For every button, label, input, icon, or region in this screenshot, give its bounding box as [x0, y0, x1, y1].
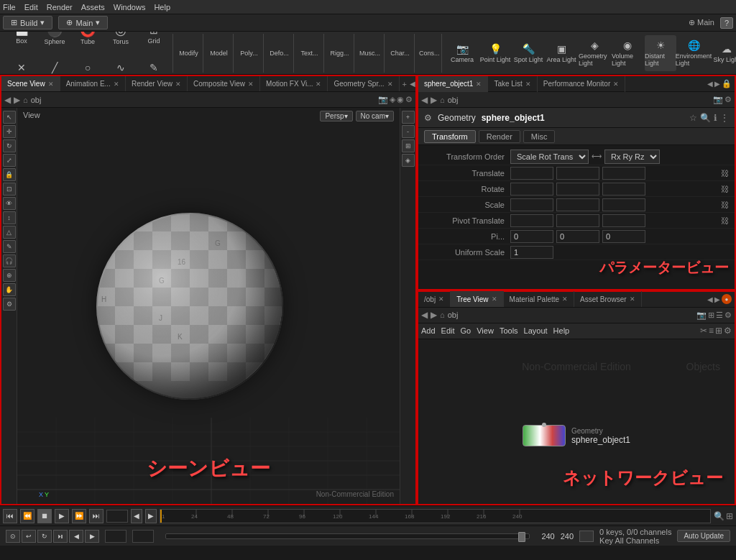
translate-x[interactable]: 0	[510, 167, 553, 180]
grid-tool[interactable]: ⊞ Grid	[138, 32, 170, 52]
tab-material-palette[interactable]: Material Palette ✕	[504, 291, 574, 307]
gear-tool[interactable]: ⚙	[3, 298, 16, 311]
view-tool[interactable]: 👁	[3, 197, 16, 210]
nav-back[interactable]: ◀	[4, 95, 11, 105]
tab-render-view[interactable]: Render View ✕	[126, 76, 188, 92]
build-button[interactable]: ⊞ Build ▾	[3, 16, 52, 29]
uniform-scale-input[interactable]	[510, 246, 553, 259]
close-sphere-tab[interactable]: ✕	[476, 81, 482, 88]
tab-animation-editor[interactable]: Animation E... ✕	[60, 76, 126, 92]
spot-light-tool[interactable]: 🔦 Spot Light	[512, 35, 544, 71]
subtab-misc[interactable]: Misc	[523, 130, 556, 143]
distant-light-tool[interactable]: ☀ Distant Light	[645, 35, 676, 71]
progress-thumb[interactable]	[518, 532, 525, 542]
tab-sphere-object1[interactable]: sphere_object1 ✕	[418, 76, 488, 92]
pivot-rotate-x[interactable]	[510, 230, 553, 243]
subtab-render[interactable]: Render	[479, 130, 520, 143]
close-perf-monitor[interactable]: ✕	[613, 81, 619, 88]
tl-audio[interactable]: ◀	[131, 509, 142, 523]
defo-tool[interactable]: Defo...	[268, 35, 290, 71]
status-frame-start[interactable]: 1	[105, 530, 126, 543]
close-motion-fx[interactable]: ✕	[316, 81, 321, 88]
params-nav-back[interactable]: ◀	[707, 80, 713, 88]
params-nav-forward[interactable]: ▶	[714, 80, 720, 88]
menu-assets[interactable]: Assets	[81, 3, 105, 12]
network-content[interactable]: Non-Commercial Edition Objects Geometry …	[418, 339, 735, 505]
poly-tool[interactable]: △	[3, 226, 16, 239]
auto-update-button[interactable]: Auto Update	[677, 530, 730, 542]
tab-tree-view[interactable]: Tree View ✕	[451, 291, 503, 307]
point-light-tool[interactable]: 💡 Point Light	[479, 35, 511, 71]
pivot-translate-y[interactable]: 0	[556, 214, 599, 227]
scale-y[interactable]: 1	[556, 198, 599, 211]
cons-tool[interactable]: Cons...	[419, 35, 440, 71]
zoom-in[interactable]: +	[402, 111, 415, 124]
net-tools[interactable]: Tools	[500, 326, 518, 335]
net-forward[interactable]: ▶	[431, 310, 437, 320]
circle-tool[interactable]: ○ Circle	[72, 54, 104, 75]
area-light-tool[interactable]: ▣ Area Light	[546, 35, 577, 71]
tab-scene-view[interactable]: Scene View ✕	[1, 76, 60, 92]
close-animation-editor[interactable]: ✕	[114, 81, 119, 88]
display-mode[interactable]: ◈	[402, 154, 415, 167]
close-geometry-spr[interactable]: ✕	[387, 81, 393, 88]
help-button[interactable]: ?	[720, 17, 733, 29]
close-composite-view[interactable]: ✕	[248, 81, 254, 88]
tl-play[interactable]: ▶	[55, 509, 69, 523]
status-play2-icon[interactable]: ⏯	[53, 530, 68, 543]
hand-tool[interactable]: ✋	[3, 283, 16, 296]
environment-light-tool[interactable]: 🌐 Environment Light	[678, 35, 709, 71]
line-tool[interactable]: ╱ Line	[39, 54, 70, 75]
menu-file[interactable]: File	[3, 3, 16, 12]
add-tab-button[interactable]: +	[400, 80, 410, 88]
scale-x[interactable]: 1	[510, 198, 553, 211]
text-tool[interactable]: Text...	[298, 35, 321, 71]
model-tool[interactable]: Model	[208, 35, 230, 71]
close-render-view[interactable]: ✕	[175, 81, 181, 88]
menu-edit[interactable]: Edit	[24, 3, 38, 12]
menu-render[interactable]: Render	[47, 3, 73, 12]
tl-frame-input[interactable]: 1	[106, 510, 128, 523]
close-material-palette[interactable]: ✕	[562, 295, 568, 303]
rotate-tool[interactable]: ↻	[3, 139, 16, 152]
status-nav-icon[interactable]: ⊙	[6, 530, 20, 543]
rotation-order-select[interactable]: Rx Ry Rz	[604, 150, 660, 164]
close-obj-tab[interactable]: ✕	[438, 295, 444, 303]
move-tool[interactable]: ✛	[3, 125, 16, 138]
paint-tool[interactable]: ✎	[3, 240, 16, 253]
tab-performance-monitor[interactable]: Performance Monitor ✕	[538, 76, 625, 92]
modify-tool[interactable]: Modify	[178, 35, 200, 71]
menu-windows[interactable]: Windows	[114, 3, 146, 12]
net-back[interactable]: ◀	[421, 310, 428, 320]
tab-composite-view[interactable]: Composite View ✕	[188, 76, 260, 92]
net-edit[interactable]: Edit	[441, 326, 455, 335]
params-back[interactable]: ◀	[421, 95, 428, 105]
net-layout[interactable]: Layout	[524, 326, 548, 335]
sky-light-tool[interactable]: ☁ Sky Light	[711, 35, 736, 71]
params-forward[interactable]: ▶	[431, 95, 437, 105]
net-nav-forward[interactable]: ▶	[714, 295, 720, 303]
frame-all[interactable]: ⊞	[402, 139, 415, 152]
camera-tool[interactable]: 📷 Camera	[446, 35, 478, 71]
char-tool[interactable]: Char...	[389, 35, 411, 71]
zoom-out[interactable]: -	[402, 125, 415, 138]
tab-take-list[interactable]: Take List ✕	[488, 76, 537, 92]
timeline-bar[interactable]: 1 24 48 72 96 120 144 168 192 216 240	[160, 509, 711, 523]
close-scene-view[interactable]: ✕	[48, 81, 54, 88]
translate-z[interactable]: 0	[602, 167, 645, 180]
box-tool[interactable]: ⬜ Box	[6, 32, 37, 52]
pivot-rotate-y[interactable]	[556, 230, 599, 243]
transform-order-select[interactable]: Scale Rot Trans	[510, 150, 589, 164]
curve-tool[interactable]: ∿ Curve	[105, 54, 137, 75]
tube-tool[interactable]: ⭕ Tube	[72, 32, 104, 52]
pivot-rotate-z[interactable]	[602, 230, 645, 243]
scale-z[interactable]: 1	[602, 198, 645, 211]
net-nav-back[interactable]: ◀	[707, 295, 713, 303]
status-home-icon[interactable]: ↩	[22, 530, 36, 543]
rigg-tool[interactable]: Rigg...	[328, 35, 351, 71]
status-prev-icon[interactable]: ◀	[69, 530, 83, 543]
select-tool[interactable]: ↖	[3, 111, 16, 124]
net-add[interactable]: Add	[421, 326, 436, 335]
network-node[interactable]: Geometry sphere_object1	[523, 425, 630, 446]
tl-start[interactable]: ⏮	[3, 509, 17, 523]
